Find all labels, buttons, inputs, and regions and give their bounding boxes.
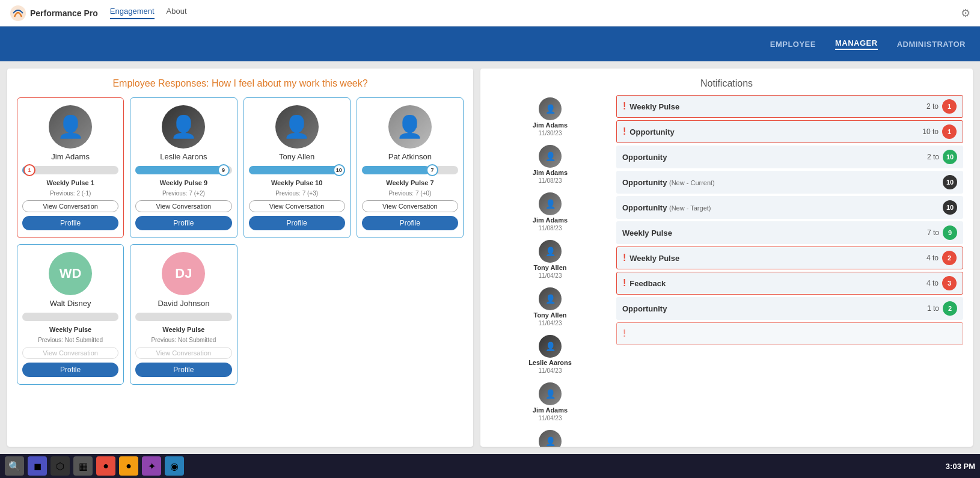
pulse-prev-walt: Previous: Not Submitted: [38, 337, 103, 343]
notif-date-1: 11/08/23: [539, 177, 562, 184]
taskbar-icon-5[interactable]: ●: [119, 456, 138, 476]
employee-card-pat: 👤 Pat Atkinson 7 Weekly Pulse 7 Previous…: [357, 97, 464, 238]
notif-date-0: 11/30/23: [539, 130, 562, 136]
pulse-bar-tony: 10: [249, 166, 345, 174]
notif-date-3: 11/04/23: [539, 272, 562, 279]
pulse-bubble-pat: 7: [426, 164, 438, 176]
btn-profile-walt[interactable]: Profile: [22, 363, 118, 377]
avatar-david: DJ: [162, 252, 205, 295]
alert-icon-0: !: [623, 101, 626, 112]
btn-profile-david[interactable]: Profile: [135, 363, 231, 377]
panel-title-static: Employee Responses:: [112, 78, 212, 88]
logo-text: Performance Pro: [30, 8, 98, 18]
btn-conversation-david: View Conversation: [135, 347, 231, 359]
taskbar-icon-4[interactable]: ●: [96, 456, 115, 476]
notif-badge-1: 1: [942, 124, 957, 139]
top-nav-right: ⚙: [961, 7, 970, 20]
btn-profile-jim[interactable]: Profile: [22, 216, 118, 230]
taskbar-icon-3[interactable]: ▦: [73, 456, 93, 476]
notif-badge-4: 10: [943, 200, 957, 215]
btn-conversation-tony[interactable]: View Conversation: [249, 200, 345, 212]
emp-name-tony: Tony Allen: [279, 152, 314, 161]
notif-date-6: 11/04/23: [539, 415, 562, 421]
notif-row-3[interactable]: Opportunity (New - Current) 10: [616, 171, 963, 194]
tab-employee[interactable]: EMPLOYEE: [770, 40, 816, 49]
notif-person-4: 👤 Tony Allen 11/04/23: [490, 285, 610, 329]
taskbar-icon-1[interactable]: ◼: [28, 456, 47, 476]
notif-person-3: 👤 Tony Allen 11/04/23: [490, 237, 610, 281]
employee-grid-top: 👤 Jim Adams 1 Weekly Pulse 1 Previous: 2…: [17, 97, 464, 238]
pulse-bar-fill-leslie: [135, 166, 222, 174]
btn-conversation-pat[interactable]: View Conversation: [362, 200, 458, 212]
notif-count-1: 10 to: [922, 127, 939, 136]
pulse-bar-david: [135, 313, 231, 321]
notif-date-5: 11/04/23: [539, 367, 562, 374]
taskbar-icon-7[interactable]: ◉: [165, 456, 184, 476]
emp-name-pat: Pat Atkinson: [388, 152, 432, 161]
notif-person-7: 👤 Jim Adams 11/04/23: [490, 427, 610, 447]
avatar-pat: 👤: [388, 105, 432, 149]
tab-manager[interactable]: MANAGER: [835, 38, 878, 50]
taskbar-icon-search[interactable]: 🔍: [5, 456, 24, 476]
avatar-leslie-icon: 👤: [170, 114, 197, 139]
notif-label-6: Weekly Pulse: [629, 254, 923, 263]
panel-title-highlight: How I feel about my work this week?: [212, 78, 368, 88]
avatar-pat-icon: 👤: [396, 114, 423, 139]
nav-about[interactable]: About: [167, 7, 187, 19]
taskbar-icon-2[interactable]: ⬡: [51, 456, 70, 476]
notif-row-7[interactable]: ! Feedback 4 to 3: [616, 272, 963, 295]
notif-label-2: Opportunity: [622, 153, 923, 162]
notif-row-2[interactable]: Opportunity 2 to 10: [616, 146, 963, 168]
notif-label-7: Feedback: [629, 279, 923, 288]
btn-profile-leslie[interactable]: Profile: [135, 216, 231, 230]
taskbar-icon-6[interactable]: ✦: [142, 456, 161, 476]
notif-name-6: Jim Adams: [533, 406, 568, 414]
settings-icon[interactable]: ⚙: [961, 7, 970, 19]
logo: Performance Pro: [10, 5, 98, 22]
pulse-prev-david: Previous: Not Submitted: [151, 337, 216, 343]
btn-conversation-leslie[interactable]: View Conversation: [135, 200, 231, 212]
avatar-jim-icon: 👤: [57, 114, 84, 139]
notif-name-5: Leslie Aarons: [528, 359, 572, 366]
notif-avatar-3: 👤: [539, 240, 562, 263]
avatar-tony-icon: 👤: [283, 114, 310, 139]
tab-administrator[interactable]: ADMINISTRATOR: [897, 40, 966, 49]
employee-card-jim: 👤 Jim Adams 1 Weekly Pulse 1 Previous: 2…: [17, 97, 124, 238]
btn-profile-tony[interactable]: Profile: [249, 216, 345, 230]
btn-profile-pat[interactable]: Profile: [362, 216, 458, 230]
notif-row-5[interactable]: Weekly Pulse 7 to 9: [616, 221, 963, 244]
alert-icon-6: !: [623, 253, 626, 263]
pulse-bubble-jim: 1: [23, 164, 35, 176]
notif-row-list: ! Weekly Pulse 2 to 1 ! Opportunity 10 t…: [616, 95, 963, 447]
notif-name-0: Jim Adams: [533, 121, 568, 129]
emp-name-walt: Walt Disney: [50, 299, 91, 308]
notif-row-4[interactable]: Opportunity (New - Target) 10: [616, 196, 963, 219]
notif-avatar-6: 👤: [539, 382, 562, 405]
pulse-bar-leslie: 9: [135, 166, 231, 174]
btn-conversation-jim[interactable]: View Conversation: [22, 200, 118, 212]
notif-name-1: Jim Adams: [533, 169, 568, 176]
notif-person-1: 👤 Jim Adams 11/08/23: [490, 142, 610, 186]
notif-badge-0: 1: [942, 99, 957, 114]
avatar-tony: 👤: [275, 105, 319, 149]
notif-person-6: 👤 Jim Adams 11/04/23: [490, 380, 610, 424]
notif-avatar-4: 👤: [539, 287, 562, 310]
employee-card-leslie: 👤 Leslie Aarons 9 Weekly Pulse 9 Previou…: [130, 97, 237, 238]
notif-row-0[interactable]: ! Weekly Pulse 2 to 1: [616, 95, 963, 118]
notif-row-8[interactable]: Opportunity 1 to 2: [616, 297, 963, 320]
top-nav: Performance Pro Engagement About ⚙: [0, 0, 980, 26]
left-panel: Employee Responses: How I feel about my …: [7, 69, 473, 447]
pulse-bar-fill-tony: [249, 166, 345, 174]
notif-name-3: Tony Allen: [534, 264, 567, 271]
nav-engagement[interactable]: Engagement: [110, 7, 155, 19]
notif-row-9[interactable]: !: [616, 322, 963, 345]
notif-row-6[interactable]: ! Weekly Pulse 4 to 2: [616, 247, 963, 269]
pulse-label-jim: Weekly Pulse 1: [46, 179, 94, 186]
notif-label-0: Weekly Pulse: [629, 102, 923, 111]
emp-name-leslie: Leslie Aarons: [160, 152, 207, 161]
notif-avatar-2: 👤: [539, 192, 562, 215]
pulse-bar-walt: [22, 313, 118, 321]
notif-row-1[interactable]: ! Opportunity 10 to 1: [616, 120, 963, 143]
notif-avatar-7: 👤: [539, 430, 562, 447]
notif-avatar-0: 👤: [539, 97, 562, 120]
